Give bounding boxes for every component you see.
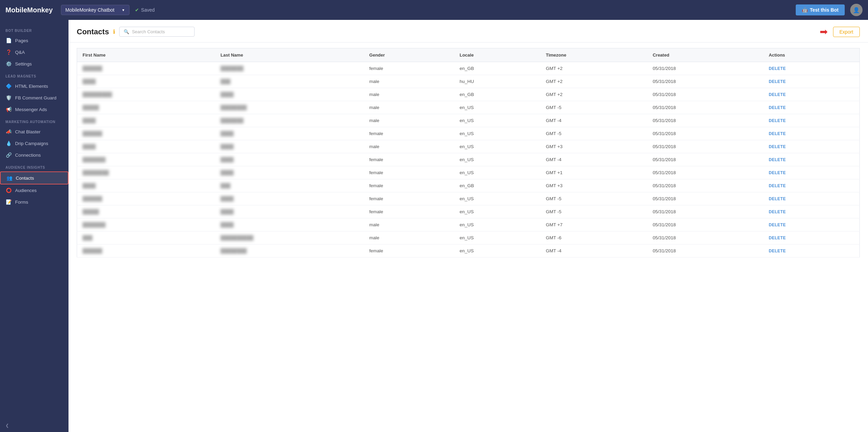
- contact-timezone: GMT +7: [540, 218, 647, 231]
- sidebar-item-messenger-ads[interactable]: 📢Messenger Ads: [0, 104, 69, 115]
- sidebar-item-label-drip-campaigns: Drip Campaigns: [15, 141, 48, 146]
- sidebar-item-audiences[interactable]: ⭕Audiences: [0, 184, 69, 196]
- contact-last-name: ████: [215, 127, 364, 140]
- contact-gender: female: [364, 244, 454, 257]
- table-row: ██████████femaleen_USGMT -505/31/2018DEL…: [77, 192, 860, 205]
- sidebar-item-html-elements[interactable]: 🔷HTML Elements: [0, 80, 69, 92]
- contact-gender: male: [364, 231, 454, 244]
- sidebar-item-label-audiences: Audiences: [15, 188, 37, 193]
- contact-first-name: ████: [77, 140, 215, 153]
- sidebar-item-drip-campaigns[interactable]: 💧Drip Campaigns: [0, 137, 69, 149]
- contact-locale: en_US: [454, 127, 541, 140]
- contact-gender: male: [364, 218, 454, 231]
- sidebar-item-contacts[interactable]: 👥Contacts: [0, 171, 69, 184]
- contact-first-name: ████████: [77, 166, 215, 179]
- contact-created: 05/31/2018: [647, 218, 763, 231]
- search-box[interactable]: 🔍 Search Contacts: [119, 27, 195, 37]
- table-row: █████████████maleen_GBGMT +205/31/2018DE…: [77, 88, 860, 101]
- delete-button[interactable]: DELETE: [769, 183, 786, 188]
- sidebar: BOT BUILDER📄Pages❓Q&A⚙️SettingsLEAD MAGN…: [0, 20, 69, 432]
- contact-timezone: GMT +2: [540, 75, 647, 88]
- settings-icon: ⚙️: [5, 61, 12, 67]
- contacts-table: First NameLast NameGenderLocaleTimezoneC…: [77, 48, 860, 257]
- checkmark-icon: ✔: [135, 7, 139, 13]
- contact-gender: female: [364, 166, 454, 179]
- contact-created: 05/31/2018: [647, 62, 763, 75]
- fb-comment-guard-icon: 🛡️: [5, 95, 12, 100]
- sidebar-section-label: BOT BUILDER: [0, 24, 69, 35]
- delete-button[interactable]: DELETE: [769, 131, 786, 136]
- delete-button[interactable]: DELETE: [769, 170, 786, 175]
- column-header-locale: Locale: [454, 48, 541, 62]
- drip-campaigns-icon: 💧: [5, 141, 12, 146]
- column-header-actions: Actions: [763, 48, 859, 62]
- saved-label: Saved: [141, 7, 155, 13]
- contact-last-name: ████████: [215, 101, 364, 114]
- sidebar-section-label: MARKETING AUTOMATION: [0, 115, 69, 126]
- table-row: █████████femaleen_USGMT -505/31/2018DELE…: [77, 205, 860, 218]
- sidebar-item-settings[interactable]: ⚙️Settings: [0, 58, 69, 70]
- contact-locale: en_GB: [454, 62, 541, 75]
- contact-locale: en_US: [454, 153, 541, 166]
- contact-actions: DELETE: [763, 127, 859, 140]
- contact-first-name: █████████: [77, 88, 215, 101]
- info-icon: ℹ: [113, 28, 115, 35]
- qa-icon: ❓: [5, 49, 12, 55]
- contact-first-name: ██████: [77, 127, 215, 140]
- contact-last-name: ████: [215, 88, 364, 101]
- export-button[interactable]: Export: [833, 27, 860, 37]
- contact-created: 05/31/2018: [647, 192, 763, 205]
- contact-actions: DELETE: [763, 231, 859, 244]
- contact-actions: DELETE: [763, 192, 859, 205]
- contact-last-name: ████: [215, 153, 364, 166]
- sidebar-item-chat-blaster[interactable]: 📣Chat Blaster: [0, 126, 69, 137]
- contact-last-name: ███: [215, 179, 364, 192]
- delete-button[interactable]: DELETE: [769, 223, 786, 227]
- sidebar-collapse-button[interactable]: ❮: [0, 419, 69, 432]
- contact-created: 05/31/2018: [647, 244, 763, 257]
- sidebar-item-connections[interactable]: 🔗Connections: [0, 149, 69, 161]
- delete-button[interactable]: DELETE: [769, 157, 786, 162]
- contact-created: 05/31/2018: [647, 127, 763, 140]
- contact-last-name: ████: [215, 192, 364, 205]
- contact-locale: en_GB: [454, 179, 541, 192]
- contact-actions: DELETE: [763, 62, 859, 75]
- contact-locale: en_US: [454, 114, 541, 127]
- contact-locale: en_GB: [454, 88, 541, 101]
- export-area: ➡ Export: [820, 26, 860, 37]
- delete-button[interactable]: DELETE: [769, 79, 786, 84]
- avatar[interactable]: 👤: [850, 4, 863, 16]
- page-title: Contacts: [77, 27, 109, 36]
- main-content: Contacts ℹ 🔍 Search Contacts ➡ Export Fi…: [69, 20, 868, 432]
- contact-timezone: GMT -6: [540, 231, 647, 244]
- contact-timezone: GMT -4: [540, 153, 647, 166]
- contact-last-name: ██████████: [215, 231, 364, 244]
- column-header-timezone: Timezone: [540, 48, 647, 62]
- pages-icon: 📄: [5, 38, 12, 43]
- sidebar-item-pages[interactable]: 📄Pages: [0, 35, 69, 46]
- html-elements-icon: 🔷: [5, 83, 12, 89]
- contact-timezone: GMT -5: [540, 127, 647, 140]
- table-container: First NameLast NameGenderLocaleTimezoneC…: [69, 43, 868, 432]
- chatbot-selector[interactable]: MobileMonkey Chatbot ▼: [61, 5, 129, 15]
- delete-button[interactable]: DELETE: [769, 105, 786, 110]
- delete-button[interactable]: DELETE: [769, 196, 786, 201]
- delete-button[interactable]: DELETE: [769, 144, 786, 149]
- sidebar-item-fb-comment-guard[interactable]: 🛡️FB Comment Guard: [0, 92, 69, 104]
- chevron-down-icon: ▼: [122, 8, 125, 12]
- delete-button[interactable]: DELETE: [769, 209, 786, 214]
- contact-created: 05/31/2018: [647, 231, 763, 244]
- delete-button[interactable]: DELETE: [769, 66, 786, 71]
- contact-first-name: ███: [77, 231, 215, 244]
- delete-button[interactable]: DELETE: [769, 92, 786, 97]
- contact-timezone: GMT -5: [540, 192, 647, 205]
- delete-button[interactable]: DELETE: [769, 249, 786, 253]
- sidebar-item-label-forms: Forms: [15, 200, 28, 205]
- sidebar-item-forms[interactable]: 📝Forms: [0, 196, 69, 208]
- contact-gender: male: [364, 140, 454, 153]
- test-bot-button[interactable]: 🤖 Test this Bot: [796, 4, 845, 15]
- contact-last-name: ████: [215, 166, 364, 179]
- delete-button[interactable]: DELETE: [769, 118, 786, 123]
- sidebar-item-qa[interactable]: ❓Q&A: [0, 46, 69, 58]
- delete-button[interactable]: DELETE: [769, 236, 786, 240]
